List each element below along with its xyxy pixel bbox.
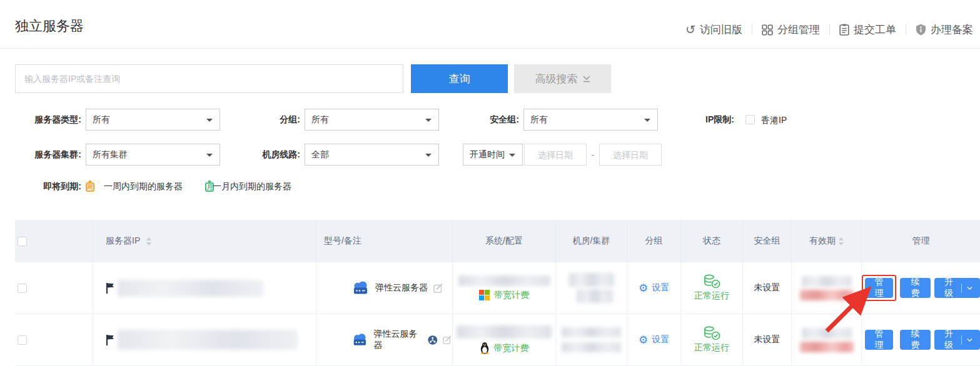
renew-button[interactable]: 续费 <box>900 278 930 298</box>
manage-button[interactable]: 管理 <box>865 330 893 350</box>
date-end-input[interactable] <box>599 144 662 166</box>
table-row: 弹性云服务器 带宽计费 ⚙ <box>15 262 980 314</box>
redacted-expire-date <box>800 342 854 352</box>
cluster-badge-icon <box>428 335 438 345</box>
col-header-validity[interactable]: 有效期 <box>791 220 861 262</box>
redacted-open-date <box>802 328 852 339</box>
line-select[interactable]: 全部 <box>305 144 439 166</box>
select-all-checkbox[interactable] <box>18 237 27 246</box>
divider <box>752 24 752 35</box>
redacted-server-ip <box>118 330 298 350</box>
redacted-server-ip <box>118 280 263 297</box>
edit-remark-icon[interactable] <box>433 283 443 293</box>
cloud-server-icon <box>351 280 370 295</box>
edit-remark-icon[interactable] <box>443 335 452 345</box>
running-status-icon <box>704 274 720 289</box>
redacted-cluster <box>577 289 613 303</box>
server-type-label: 服务器类型: <box>0 109 81 131</box>
billing-type-label: 带宽计费 <box>494 343 529 354</box>
week-expiry-text: 一周内到期的服务器 <box>104 178 183 194</box>
chevron-down-icon <box>967 338 972 342</box>
flag-icon <box>106 282 114 294</box>
upgrade-button[interactable]: 升级 <box>934 330 980 350</box>
submit-ticket-label: 提交工单 <box>854 22 896 37</box>
filing-record-link[interactable]: 办理备案 <box>916 22 973 37</box>
chevron-down-icon <box>967 286 972 290</box>
redacted-room <box>562 327 621 337</box>
group-select[interactable]: 所有 <box>305 109 439 131</box>
row-checkbox[interactable] <box>18 284 27 293</box>
submit-ticket-link[interactable]: 提交工单 <box>839 22 896 37</box>
server-table: 服务器IP 型号/备注 系统/配置 机房/集群 分组 状态 安全组 有效期 管理 <box>15 220 980 366</box>
divider <box>961 335 962 345</box>
group-management-label: 分组管理 <box>777 22 820 37</box>
month-expiry-text: 一月内到期的服务器 <box>213 178 291 194</box>
security-group-value: 未设置 <box>754 282 780 294</box>
page-title: 独立服务器 <box>15 17 84 36</box>
week-calendar-icon[interactable]: 周 <box>86 182 94 192</box>
grid-icon <box>762 24 773 36</box>
redacted-config <box>457 325 552 339</box>
redacted-room <box>569 273 614 287</box>
gear-icon: ⚙ <box>639 335 648 345</box>
group-setting-link[interactable]: ⚙ 设置 <box>639 334 669 345</box>
server-type-select[interactable]: 所有 <box>86 109 220 131</box>
search-input[interactable] <box>15 64 403 93</box>
divider <box>0 48 980 49</box>
server-model-label: 弹性云服务器 <box>375 282 428 294</box>
visit-old-version-link[interactable]: ↺ 访问旧版 <box>685 22 742 37</box>
hk-ip-option-label: 香港IP <box>761 112 787 128</box>
advanced-search-label: 高级搜索 <box>535 72 578 86</box>
security-group-filter-label: 安全组: <box>439 109 519 131</box>
filing-record-label: 办理备案 <box>931 22 973 37</box>
flag-icon <box>106 334 114 346</box>
divider <box>829 24 830 35</box>
status-label: 正常运行 <box>694 290 729 302</box>
hk-ip-checkbox[interactable] <box>745 115 755 124</box>
redacted-open-date <box>802 276 852 287</box>
group-management-link[interactable]: 分组管理 <box>762 22 820 37</box>
line-label: 机房线路: <box>220 144 300 166</box>
clipboard-icon <box>839 24 849 36</box>
upgrade-button[interactable]: 升级 <box>934 278 980 298</box>
redacted-expire-date <box>800 290 854 300</box>
advanced-search-button[interactable]: 高级搜索 <box>514 64 611 93</box>
row-checkbox[interactable] <box>18 335 27 345</box>
linux-tux-icon <box>480 342 490 354</box>
sort-icon[interactable] <box>839 237 844 245</box>
divider <box>906 24 906 35</box>
expiry-label: 即将到期: <box>0 178 81 194</box>
status-label: 正常运行 <box>694 342 729 354</box>
header-links: ↺ 访问旧版 分组管理 提交工单 办理备案 <box>685 22 973 37</box>
shield-icon <box>916 24 926 36</box>
query-button[interactable]: 查询 <box>411 64 508 93</box>
date-start-input[interactable] <box>524 144 587 166</box>
col-header-manage: 管理 <box>861 220 980 262</box>
table-row: 弹性云服务器 <box>15 314 980 366</box>
group-setting-link[interactable]: ⚙ 设置 <box>639 282 669 294</box>
group-filter-label: 分组: <box>220 109 300 131</box>
manage-button[interactable]: 管理 <box>865 278 893 298</box>
visit-old-version-label: 访问旧版 <box>700 22 742 37</box>
server-model-label: 弹性云服务器 <box>374 329 422 351</box>
col-header-system: 系统/配置 <box>452 220 555 262</box>
gear-icon: ⚙ <box>639 283 648 294</box>
cluster-select[interactable]: 所有集群 <box>86 144 220 166</box>
windows-logo-icon <box>479 290 490 300</box>
cloud-server-icon <box>351 332 368 347</box>
ip-limit-label: IP限制: <box>705 109 743 131</box>
manage-button-wrap: 管理 <box>862 327 896 353</box>
date-range-separator: - <box>589 144 597 166</box>
running-status-icon <box>704 326 720 340</box>
sort-icon[interactable] <box>146 237 151 245</box>
col-header-group: 分组 <box>627 220 680 262</box>
col-header-server-ip[interactable]: 服务器IP <box>93 220 316 262</box>
col-header-model: 型号/备注 <box>316 220 452 262</box>
renew-button[interactable]: 续费 <box>900 330 930 350</box>
time-type-select[interactable]: 开通时间 <box>463 144 523 166</box>
col-header-room: 机房/集群 <box>555 220 627 262</box>
billing-type-label: 带宽计费 <box>494 290 529 301</box>
redacted-config <box>458 275 550 286</box>
table-header-row: 服务器IP 型号/备注 系统/配置 机房/集群 分组 状态 安全组 有效期 管理 <box>15 220 980 262</box>
security-group-select[interactable]: 所有 <box>523 109 658 131</box>
